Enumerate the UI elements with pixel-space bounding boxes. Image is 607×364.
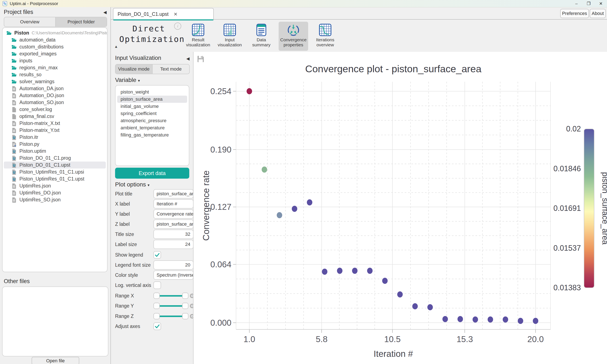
tab-overview[interactable]: Overview — [4, 17, 55, 26]
data-point[interactable] — [458, 316, 463, 322]
tree-item-Automation_SO.json[interactable]: Automation_SO.json — [2, 99, 107, 106]
data-point[interactable] — [488, 316, 493, 323]
tab-text-mode[interactable]: Text mode — [152, 65, 189, 74]
toolbar-iterations-overview[interactable]: Iterationsoverview — [310, 22, 340, 51]
slider-handle-max[interactable] — [182, 313, 188, 319]
tree-item-UptimRes.json[interactable]: UptimRes.json — [2, 182, 107, 189]
color-style-select[interactable]: Spectrum (Inverse)▼ — [153, 271, 194, 280]
tree-item-solver_warnings[interactable]: solver_warnings — [2, 78, 107, 85]
toolbar-result-visualization[interactable]: Resultvisualization — [183, 22, 213, 51]
maximize-button[interactable]: ❐ — [582, 1, 595, 6]
title-size-input[interactable]: 32 — [153, 230, 194, 239]
data-point[interactable] — [473, 316, 478, 323]
toolbar-convergence-properties[interactable]: Convergenceproperties — [279, 22, 308, 51]
preferences-button[interactable]: Preferences — [560, 9, 589, 18]
tree-item-Automation_DA.json[interactable]: Automation_DA.json — [2, 85, 107, 92]
data-point[interactable] — [247, 88, 252, 94]
tree-item-core_solver.log[interactable]: core_solver.log — [2, 106, 107, 113]
close-button[interactable]: ✕ — [595, 1, 607, 6]
data-point[interactable] — [367, 268, 373, 274]
data-point[interactable] — [262, 167, 267, 173]
adjust-axes-checkbox[interactable] — [153, 323, 161, 330]
tab-close-icon[interactable]: ✕ — [174, 12, 177, 17]
data-point[interactable] — [352, 268, 357, 274]
tree-item-Piston-matrix_Y.txt[interactable]: Piston-matrix_Y.txt — [2, 127, 107, 134]
tree-item-exported_images[interactable]: exported_images — [2, 50, 107, 57]
range-x-slider[interactable] — [153, 292, 188, 299]
tree-item-optima_final.csv[interactable]: optima_final.csv — [2, 113, 107, 120]
plot-title-input[interactable]: piston_surface_area — [153, 189, 194, 198]
tree-item-UptimRes_DO.json[interactable]: UptimRes_DO.json — [2, 189, 107, 196]
show-legend-checkbox[interactable] — [153, 251, 161, 259]
range-y-slider[interactable] — [153, 302, 188, 310]
variable-item-spring_coefficient[interactable]: spring_coefficient — [116, 110, 189, 117]
data-point[interactable] — [337, 268, 343, 274]
tab-visualize-mode[interactable]: Visualize mode — [116, 65, 152, 74]
tree-item-Piston_UptimRes_01_C1.upst[interactable]: Piston_UptimRes_01_C1.upst — [2, 175, 107, 182]
tree-item-Piston.py[interactable]: ⚙Piston.py — [2, 141, 107, 148]
header-collapse-icon[interactable]: ▲ — [114, 44, 118, 49]
variable-item-atmospheric_pressure[interactable]: atmospheric_pressure — [116, 117, 189, 124]
tree-item-Piston.uptim[interactable]: Piston.uptim — [2, 148, 107, 155]
tree-item-results_so[interactable]: results_so — [2, 71, 107, 78]
variable-item-piston_surface_area[interactable]: piston_surface_area — [117, 96, 187, 103]
log-vertical-axis-checkbox[interactable] — [153, 281, 161, 289]
tree-item-regions_min_max[interactable]: regions_min_max — [2, 64, 107, 71]
data-point[interactable] — [442, 316, 448, 322]
tree-item-UptimRes_SO.json[interactable]: UptimRes_SO.json — [2, 196, 107, 203]
tree-item-Piston_DO_01_C1.prog[interactable]: Piston_DO_01_C1.prog — [2, 155, 107, 162]
range-z-slider[interactable] — [153, 312, 188, 320]
document-tab[interactable]: Piston_DO_01_C1.upst ✕ — [113, 8, 214, 20]
data-point[interactable] — [382, 278, 388, 284]
tree-item-Piston-matrix_X.txt[interactable]: Piston-matrix_X.txt — [2, 120, 107, 127]
variable-item-ambient_temperature[interactable]: ambient_temperature — [116, 124, 189, 131]
panel-collapse-icon[interactable]: ◀ — [186, 56, 189, 61]
y-label-input[interactable]: Convergence rate — [153, 209, 194, 219]
plot-options-dropdown[interactable]: Plot options▾ — [115, 181, 149, 188]
tree-item-Piston_UptimRes_01_C1.upsi[interactable]: Piston_UptimRes_01_C1.upsi — [2, 169, 107, 175]
data-point[interactable] — [518, 318, 523, 324]
data-point[interactable] — [533, 318, 538, 324]
sidebar-collapse-icon[interactable]: ◀ — [104, 10, 107, 15]
data-point[interactable] — [277, 212, 282, 218]
about-button[interactable]: About — [590, 9, 606, 18]
tab-project-folder[interactable]: Project folder — [55, 17, 107, 26]
slider-handle-max[interactable] — [182, 293, 188, 299]
data-point[interactable] — [427, 304, 433, 310]
variable-item-piston_weight[interactable]: piston_weight — [116, 89, 189, 96]
field-row-range-z: Range Z⚙ — [115, 312, 192, 321]
data-point[interactable] — [322, 269, 327, 275]
toolbar-input-visualization[interactable]: Inputvisualization — [215, 22, 244, 51]
export-data-button[interactable]: Export data — [115, 168, 189, 179]
slider-handle-min[interactable] — [153, 303, 160, 309]
slider-handle-min[interactable] — [153, 293, 160, 299]
data-point[interactable] — [503, 316, 508, 323]
slider-handle-max[interactable] — [182, 303, 188, 309]
project-files-title: Project files — [4, 9, 33, 15]
tree-item-Automation_DO.json[interactable]: Automation_DO.json — [2, 92, 107, 99]
variable-dropdown[interactable]: Variable▾ — [115, 77, 140, 83]
tree-item-inputs[interactable]: inputs — [2, 57, 107, 64]
data-point[interactable] — [412, 303, 418, 310]
save-plot-icon[interactable] — [197, 55, 205, 63]
slider-handle-min[interactable] — [153, 313, 160, 319]
toolbar-data-summary[interactable]: Datasummary — [247, 22, 276, 51]
tree-item-custom_distributions[interactable]: custom_distributions — [2, 43, 107, 50]
data-point[interactable] — [397, 291, 403, 298]
open-file-button[interactable]: Open file — [32, 357, 79, 364]
variable-item-filling_gas_temperature[interactable]: filling_gas_temperature — [116, 131, 189, 139]
data-point[interactable] — [307, 199, 312, 205]
z-label-input[interactable]: piston_surface_area — [153, 220, 194, 229]
info-icon[interactable]: i — [174, 23, 181, 30]
label-size-input[interactable]: 24 — [153, 240, 194, 249]
minimize-button[interactable]: – — [570, 1, 582, 6]
tree-item-Piston[interactable]: PistonC:\Users\tomas\Documents\Testing\P… — [2, 29, 107, 37]
tree-item-automation_data[interactable]: automation_data — [2, 37, 107, 43]
file-name: results_so — [19, 72, 41, 78]
tree-item-Piston.itr[interactable]: Piston.itr — [2, 134, 107, 141]
variable-item-initial_gas_volume[interactable]: initial_gas_volume — [116, 103, 189, 110]
data-point[interactable] — [292, 206, 297, 212]
legend-font-size-input[interactable]: 20 — [153, 260, 194, 270]
x-label-input[interactable]: Iteration # — [153, 199, 194, 208]
tree-item-Piston_DO_01_C1.upst[interactable]: Piston_DO_01_C1.upst — [4, 162, 106, 169]
